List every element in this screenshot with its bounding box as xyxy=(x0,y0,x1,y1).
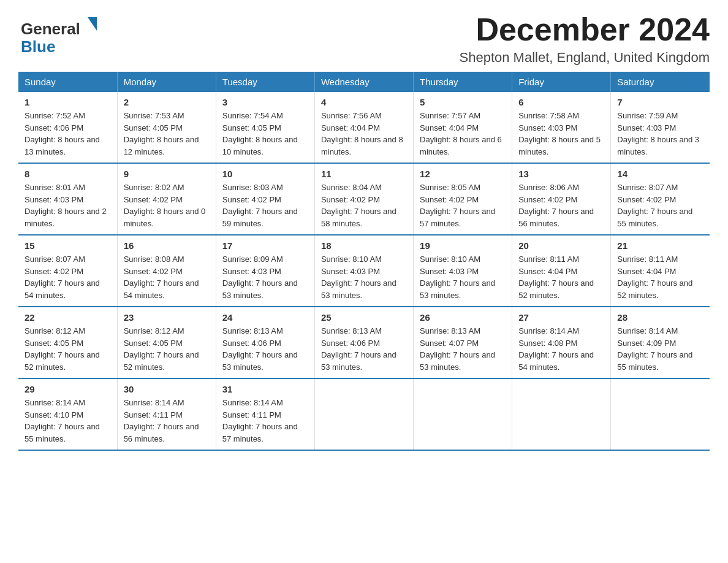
calendar-cell: 19Sunrise: 8:10 AMSunset: 4:03 PMDayligh… xyxy=(414,235,512,307)
day-number: 28 xyxy=(617,312,703,323)
day-info: Sunrise: 7:59 AMSunset: 4:03 PMDaylight:… xyxy=(617,110,703,158)
day-info: Sunrise: 8:14 AMSunset: 4:10 PMDaylight:… xyxy=(25,397,111,445)
calendar-cell xyxy=(611,378,710,450)
day-info: Sunrise: 8:10 AMSunset: 4:03 PMDaylight:… xyxy=(420,253,506,301)
day-info: Sunrise: 8:13 AMSunset: 4:06 PMDaylight:… xyxy=(222,325,308,373)
calendar-cell xyxy=(314,378,413,450)
calendar-cell xyxy=(414,378,512,450)
logo-svg: General Blue xyxy=(18,12,104,56)
week-row-1: 1Sunrise: 7:52 AMSunset: 4:06 PMDaylight… xyxy=(18,92,710,163)
day-number: 26 xyxy=(420,312,506,323)
day-info: Sunrise: 7:52 AMSunset: 4:06 PMDaylight:… xyxy=(25,110,111,158)
day-info: Sunrise: 8:13 AMSunset: 4:06 PMDaylight:… xyxy=(321,325,407,373)
weekday-header-sunday: Sunday xyxy=(18,72,117,92)
calendar-cell: 9Sunrise: 8:02 AMSunset: 4:02 PMDaylight… xyxy=(117,163,216,235)
day-number: 15 xyxy=(25,240,111,251)
day-number: 7 xyxy=(617,97,703,107)
day-info: Sunrise: 8:08 AMSunset: 4:02 PMDaylight:… xyxy=(124,253,210,301)
day-number: 3 xyxy=(222,97,308,107)
day-info: Sunrise: 7:54 AMSunset: 4:05 PMDaylight:… xyxy=(222,110,308,158)
month-title: December 2024 xyxy=(460,12,710,47)
day-info: Sunrise: 8:02 AMSunset: 4:02 PMDaylight:… xyxy=(124,182,210,229)
week-row-4: 22Sunrise: 8:12 AMSunset: 4:05 PMDayligh… xyxy=(18,307,710,378)
day-info: Sunrise: 8:12 AMSunset: 4:05 PMDaylight:… xyxy=(25,325,111,373)
calendar-cell: 24Sunrise: 8:13 AMSunset: 4:06 PMDayligh… xyxy=(216,307,314,378)
day-info: Sunrise: 8:07 AMSunset: 4:02 PMDaylight:… xyxy=(617,182,703,229)
day-number: 11 xyxy=(321,169,407,179)
svg-marker-1 xyxy=(88,17,97,31)
calendar-cell: 31Sunrise: 8:14 AMSunset: 4:11 PMDayligh… xyxy=(216,378,314,450)
day-info: Sunrise: 8:06 AMSunset: 4:02 PMDaylight:… xyxy=(518,182,604,229)
day-info: Sunrise: 8:03 AMSunset: 4:02 PMDaylight:… xyxy=(222,182,308,229)
day-number: 12 xyxy=(420,169,506,179)
day-number: 17 xyxy=(222,240,308,251)
day-number: 5 xyxy=(420,97,506,107)
day-number: 25 xyxy=(321,312,407,323)
calendar-cell: 11Sunrise: 8:04 AMSunset: 4:02 PMDayligh… xyxy=(314,163,413,235)
calendar-cell: 4Sunrise: 7:56 AMSunset: 4:04 PMDaylight… xyxy=(314,92,413,163)
day-info: Sunrise: 8:12 AMSunset: 4:05 PMDaylight:… xyxy=(124,325,210,373)
calendar-cell: 6Sunrise: 7:58 AMSunset: 4:03 PMDaylight… xyxy=(512,92,611,163)
page-header: General Blue December 2024 Shepton Malle… xyxy=(18,12,710,66)
calendar-cell: 25Sunrise: 8:13 AMSunset: 4:06 PMDayligh… xyxy=(314,307,413,378)
svg-text:General: General xyxy=(21,20,80,38)
day-number: 23 xyxy=(124,312,210,323)
day-info: Sunrise: 8:09 AMSunset: 4:03 PMDaylight:… xyxy=(222,253,308,301)
calendar-cell: 29Sunrise: 8:14 AMSunset: 4:10 PMDayligh… xyxy=(18,378,117,450)
week-row-2: 8Sunrise: 8:01 AMSunset: 4:03 PMDaylight… xyxy=(18,163,710,235)
weekday-header-wednesday: Wednesday xyxy=(314,72,413,92)
logo: General Blue xyxy=(18,12,104,56)
day-info: Sunrise: 7:57 AMSunset: 4:04 PMDaylight:… xyxy=(420,110,506,158)
calendar-cell: 27Sunrise: 8:14 AMSunset: 4:08 PMDayligh… xyxy=(512,307,611,378)
calendar-cell: 26Sunrise: 8:13 AMSunset: 4:07 PMDayligh… xyxy=(414,307,512,378)
calendar-cell: 30Sunrise: 8:14 AMSunset: 4:11 PMDayligh… xyxy=(117,378,216,450)
day-info: Sunrise: 7:53 AMSunset: 4:05 PMDaylight:… xyxy=(124,110,210,158)
weekday-header-monday: Monday xyxy=(117,72,216,92)
day-info: Sunrise: 8:14 AMSunset: 4:11 PMDaylight:… xyxy=(222,397,308,445)
calendar-cell: 7Sunrise: 7:59 AMSunset: 4:03 PMDaylight… xyxy=(611,92,710,163)
calendar-table: SundayMondayTuesdayWednesdayThursdayFrid… xyxy=(18,72,710,451)
calendar-cell xyxy=(512,378,611,450)
svg-text:Blue: Blue xyxy=(21,37,55,56)
day-number: 9 xyxy=(124,169,210,179)
day-info: Sunrise: 8:13 AMSunset: 4:07 PMDaylight:… xyxy=(420,325,506,373)
day-info: Sunrise: 8:14 AMSunset: 4:11 PMDaylight:… xyxy=(124,397,210,445)
calendar-cell: 22Sunrise: 8:12 AMSunset: 4:05 PMDayligh… xyxy=(18,307,117,378)
calendar-cell: 17Sunrise: 8:09 AMSunset: 4:03 PMDayligh… xyxy=(216,235,314,307)
calendar-cell: 15Sunrise: 8:07 AMSunset: 4:02 PMDayligh… xyxy=(18,235,117,307)
calendar-cell: 12Sunrise: 8:05 AMSunset: 4:02 PMDayligh… xyxy=(414,163,512,235)
calendar-header: SundayMondayTuesdayWednesdayThursdayFrid… xyxy=(18,72,710,92)
weekday-header-tuesday: Tuesday xyxy=(216,72,314,92)
day-info: Sunrise: 8:10 AMSunset: 4:03 PMDaylight:… xyxy=(321,253,407,301)
day-info: Sunrise: 8:04 AMSunset: 4:02 PMDaylight:… xyxy=(321,182,407,229)
day-number: 19 xyxy=(420,240,506,251)
day-number: 30 xyxy=(124,384,210,394)
day-number: 16 xyxy=(124,240,210,251)
day-number: 22 xyxy=(25,312,111,323)
week-row-5: 29Sunrise: 8:14 AMSunset: 4:10 PMDayligh… xyxy=(18,378,710,450)
day-info: Sunrise: 8:07 AMSunset: 4:02 PMDaylight:… xyxy=(25,253,111,301)
day-info: Sunrise: 7:58 AMSunset: 4:03 PMDaylight:… xyxy=(518,110,604,158)
day-info: Sunrise: 8:14 AMSunset: 4:08 PMDaylight:… xyxy=(518,325,604,373)
calendar-cell: 3Sunrise: 7:54 AMSunset: 4:05 PMDaylight… xyxy=(216,92,314,163)
day-number: 10 xyxy=(222,169,308,179)
day-number: 21 xyxy=(617,240,703,251)
day-number: 27 xyxy=(518,312,604,323)
title-section: December 2024 Shepton Mallet, England, U… xyxy=(460,12,710,66)
calendar-cell: 10Sunrise: 8:03 AMSunset: 4:02 PMDayligh… xyxy=(216,163,314,235)
location-title: Shepton Mallet, England, United Kingdom xyxy=(460,50,710,66)
calendar-cell: 8Sunrise: 8:01 AMSunset: 4:03 PMDaylight… xyxy=(18,163,117,235)
calendar-cell: 1Sunrise: 7:52 AMSunset: 4:06 PMDaylight… xyxy=(18,92,117,163)
calendar-cell: 16Sunrise: 8:08 AMSunset: 4:02 PMDayligh… xyxy=(117,235,216,307)
day-info: Sunrise: 8:14 AMSunset: 4:09 PMDaylight:… xyxy=(617,325,703,373)
day-info: Sunrise: 8:11 AMSunset: 4:04 PMDaylight:… xyxy=(617,253,703,301)
day-number: 31 xyxy=(222,384,308,394)
day-number: 24 xyxy=(222,312,308,323)
calendar-body: 1Sunrise: 7:52 AMSunset: 4:06 PMDaylight… xyxy=(18,92,710,450)
day-info: Sunrise: 8:11 AMSunset: 4:04 PMDaylight:… xyxy=(518,253,604,301)
day-number: 8 xyxy=(25,169,111,179)
calendar-cell: 14Sunrise: 8:07 AMSunset: 4:02 PMDayligh… xyxy=(611,163,710,235)
calendar-cell: 21Sunrise: 8:11 AMSunset: 4:04 PMDayligh… xyxy=(611,235,710,307)
weekday-header-thursday: Thursday xyxy=(414,72,512,92)
day-info: Sunrise: 7:56 AMSunset: 4:04 PMDaylight:… xyxy=(321,110,407,158)
